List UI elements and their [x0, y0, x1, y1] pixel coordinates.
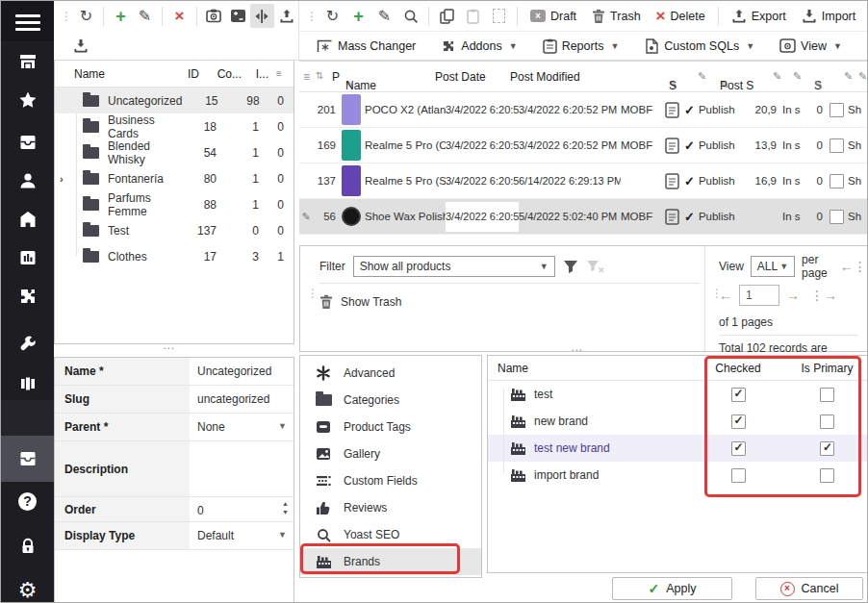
refresh-button[interactable]: ↻ — [319, 4, 345, 28]
hamburger-menu-button[interactable] — [1, 3, 54, 41]
sidebar-item-help[interactable]: ? — [1, 482, 54, 520]
section-item-categories[interactable]: Categories — [300, 387, 481, 414]
add-button[interactable]: + — [345, 4, 371, 28]
expander-icon[interactable]: › — [60, 173, 64, 185]
delete-button[interactable]: × Delete — [649, 5, 713, 28]
column-header-post-status[interactable]: Post S — [720, 79, 753, 92]
sort-icon[interactable]: ⇅ — [316, 70, 323, 81]
column-header-post-modified[interactable]: Post Modified — [510, 70, 580, 84]
search-button[interactable] — [397, 4, 423, 28]
filter-dropdown[interactable]: Show all products ▼ — [353, 256, 555, 277]
column-header-extra[interactable]: I... — [242, 67, 276, 81]
content-doc-icon[interactable] — [665, 138, 679, 154]
parent-dropdown[interactable]: None▼ — [190, 414, 294, 440]
column-header-name[interactable]: Name — [345, 79, 376, 92]
reports-button[interactable]: Reports▼ — [535, 35, 627, 58]
sidebar-item-addons[interactable] — [1, 277, 54, 315]
column-header-post-date[interactable]: Post Date — [435, 70, 486, 84]
split-view-button[interactable] — [250, 4, 274, 28]
drag-handle[interactable]: ⋮ — [708, 289, 725, 298]
category-row[interactable]: › Business Cards 18 1 0 — [55, 113, 294, 139]
product-row[interactable]: ✎ 201 POCO X2 (Atlanti 3/4/2022 6:20:5 3… — [299, 92, 868, 128]
preview-button[interactable] — [202, 4, 226, 28]
drag-handle[interactable]: ⋮ — [303, 12, 319, 21]
category-row[interactable]: › Clothes 17 3 1 — [55, 243, 294, 269]
category-row[interactable]: › Uncategorized 15 98 0 — [55, 88, 294, 113]
upload-button[interactable] — [274, 4, 298, 28]
column-header-id[interactable]: ID — [163, 67, 199, 81]
section-item-yoast-seo[interactable]: Yoast SEO — [300, 521, 481, 548]
adjust-button[interactable] — [226, 4, 250, 28]
view-button[interactable]: View▼ — [772, 35, 850, 58]
column-header-is-primary[interactable]: Is Primary — [786, 362, 868, 375]
brand-row[interactable]: test new brand — [488, 435, 868, 462]
slug-field[interactable]: uncategorized — [190, 386, 294, 413]
add-button[interactable]: + — [109, 4, 133, 28]
product-row[interactable]: ✎ 137 Realme 5 Pro (Sp: 3/4/2022 6:20:5 … — [299, 163, 868, 199]
refresh-button[interactable]: ↻ — [74, 4, 98, 28]
section-item-brands[interactable]: Brands — [300, 548, 481, 575]
last-page-icon[interactable]: ⋮→ — [810, 288, 837, 303]
category-row[interactable]: › Test 137 0 0 — [55, 217, 294, 243]
category-row[interactable]: › Fontanería 80 1 0 — [55, 165, 294, 191]
section-item-gallery[interactable]: Gallery — [300, 440, 481, 467]
content-doc-icon[interactable] — [665, 173, 679, 189]
sidebar-item-settings[interactable]: ⚙ — [1, 571, 54, 603]
content-doc-icon[interactable] — [665, 209, 679, 225]
next-page-icon[interactable]: → — [786, 288, 800, 303]
paste-button[interactable] — [460, 4, 486, 28]
description-field[interactable] — [190, 441, 294, 496]
section-item-advanced[interactable]: Advanced — [300, 360, 481, 387]
sort-icon[interactable]: ≡ — [276, 68, 294, 79]
row-checkbox[interactable] — [830, 174, 844, 188]
product-row[interactable]: ✎ 56 Shoe Wax Polish 3/4/2022 6:20:5 5/4… — [299, 199, 868, 235]
draft-button[interactable]: × Draft — [523, 5, 584, 28]
copy-button[interactable] — [434, 4, 460, 28]
sidebar-item-reports[interactable] — [1, 239, 54, 277]
sidebar-item-orders[interactable] — [1, 200, 54, 239]
row-checkbox[interactable] — [830, 210, 844, 224]
drag-handle[interactable]: ≡ — [303, 70, 310, 84]
name-field[interactable]: Uncategorized — [190, 358, 294, 385]
product-row[interactable]: ✎ 169 Realme 5 Pro (Cry 3/4/2022 6:20:5 … — [299, 128, 868, 163]
row-checkbox[interactable] — [830, 138, 844, 153]
import-button[interactable]: Import — [794, 5, 863, 28]
edit-button[interactable]: ✎ — [371, 4, 397, 28]
apply-button[interactable]: ✓ Apply — [612, 577, 732, 600]
addons-button[interactable]: Addons▼ — [433, 35, 524, 58]
column-header-name[interactable]: Name — [488, 362, 690, 375]
sidebar-item-products[interactable] — [1, 123, 54, 162]
sidebar-item-tools[interactable] — [1, 325, 54, 364]
trash-button[interactable]: Trash — [584, 5, 649, 28]
page-number-input[interactable] — [739, 285, 779, 306]
clear-filter-icon[interactable] — [586, 260, 605, 274]
sidebar-item-categories-active[interactable] — [1, 436, 54, 482]
column-header-name[interactable]: Name — [55, 67, 163, 81]
pencil-icon[interactable]: ✎ — [698, 70, 706, 83]
pencil-icon[interactable]: ✎ — [793, 70, 802, 83]
cancel-button[interactable]: × Cancel — [755, 577, 863, 600]
brand-row[interactable]: new brand — [488, 408, 868, 435]
apply-filter-icon[interactable] — [563, 260, 578, 274]
order-stepper[interactable]: 0▲▼ — [190, 497, 294, 521]
checked-checkbox[interactable] — [731, 388, 746, 402]
drag-handle[interactable]: ⋮ — [58, 12, 74, 21]
section-item-product-tags[interactable]: Product Tags — [300, 414, 481, 440]
sidebar-item-customers[interactable] — [1, 162, 54, 200]
drag-handle[interactable]: ⋮ — [304, 289, 320, 298]
content-doc-icon[interactable] — [665, 102, 679, 118]
checked-checkbox[interactable] — [731, 415, 746, 429]
display-type-dropdown[interactable]: Default▼ — [190, 522, 294, 549]
is-primary-checkbox[interactable] — [820, 415, 834, 429]
brand-row[interactable]: import brand — [488, 462, 868, 489]
sidebar-item-favorites[interactable] — [1, 81, 54, 119]
column-header-count[interactable]: Co... — [199, 67, 242, 81]
splitter-handle[interactable]: ⋯ — [571, 347, 583, 353]
edit-button[interactable]: ✎ — [133, 4, 157, 28]
column-header-checked[interactable]: Checked — [690, 362, 786, 375]
sidebar-item-security[interactable] — [1, 527, 54, 565]
collapse-pager-icon[interactable]: ←⋮ — [840, 259, 867, 274]
spinner-icons[interactable]: ▲▼ — [282, 500, 289, 516]
per-page-dropdown[interactable]: ALL ▼ — [751, 256, 795, 277]
export-button[interactable]: Export — [724, 5, 794, 28]
